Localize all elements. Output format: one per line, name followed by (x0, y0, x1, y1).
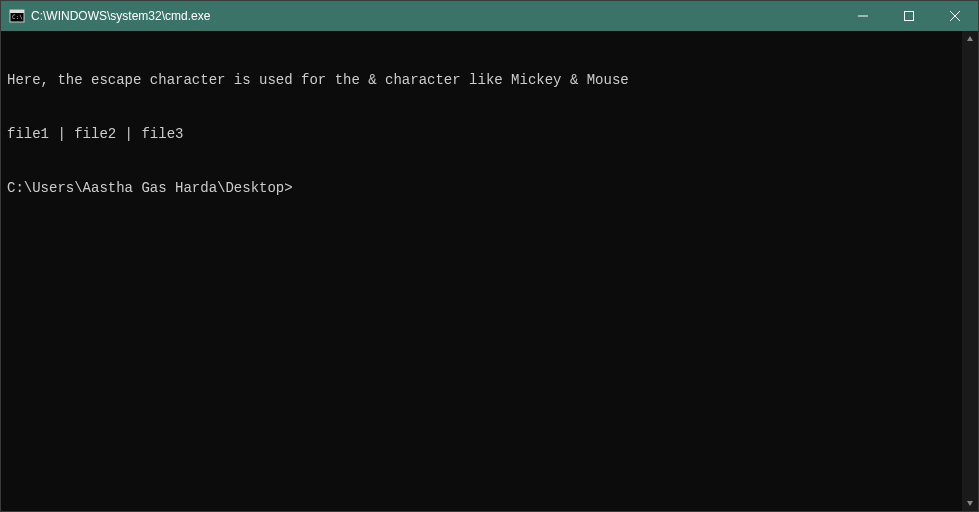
close-button[interactable] (932, 1, 978, 31)
svg-marker-7 (967, 36, 973, 41)
cursor (293, 179, 301, 195)
titlebar[interactable]: C:\ C:\WINDOWS\system32\cmd.exe (1, 1, 978, 31)
vertical-scrollbar[interactable] (962, 31, 978, 511)
svg-text:C:\: C:\ (12, 13, 23, 20)
output-line: file1 | file2 | file3 (7, 125, 956, 143)
window-title: C:\WINDOWS\system32\cmd.exe (31, 9, 840, 23)
minimize-button[interactable] (840, 1, 886, 31)
prompt-line: C:\Users\Aastha Gas Harda\Desktop> (7, 179, 956, 197)
window-controls (840, 1, 978, 31)
cmd-window: C:\ C:\WINDOWS\system32\cmd.exe (0, 0, 979, 512)
terminal-area: Here, the escape character is used for t… (1, 31, 978, 511)
terminal-content[interactable]: Here, the escape character is used for t… (1, 31, 962, 511)
cmd-icon: C:\ (9, 8, 25, 24)
maximize-button[interactable] (886, 1, 932, 31)
svg-rect-4 (905, 12, 914, 21)
scroll-up-arrow-icon[interactable] (962, 31, 978, 47)
prompt-text: C:\Users\Aastha Gas Harda\Desktop> (7, 179, 293, 197)
scroll-down-arrow-icon[interactable] (962, 495, 978, 511)
svg-marker-8 (967, 501, 973, 506)
output-line: Here, the escape character is used for t… (7, 71, 956, 89)
